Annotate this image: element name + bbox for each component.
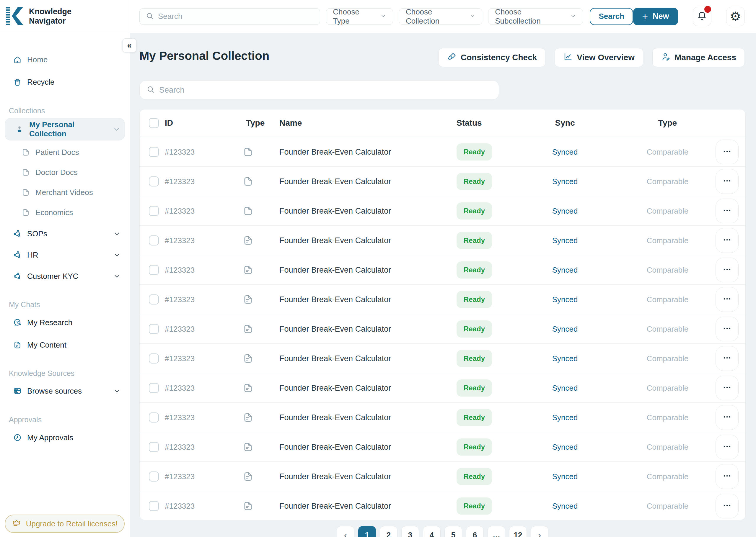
row-sync: Synced	[540, 295, 590, 304]
page-button[interactable]: 1	[358, 526, 376, 537]
row-actions-button[interactable]	[716, 405, 738, 430]
type-filter-dropdown[interactable]: Choose Type	[326, 8, 393, 25]
chevron-down-icon[interactable]	[113, 125, 120, 133]
prev-page-button[interactable]: ‹	[337, 526, 354, 537]
settings-button[interactable]: ⚙	[726, 7, 745, 26]
row-actions-button[interactable]	[716, 494, 738, 518]
next-page-button[interactable]: ›	[531, 526, 549, 537]
row-actions-button[interactable]	[716, 287, 738, 312]
chevron-down-icon[interactable]	[113, 230, 121, 237]
row-checkbox[interactable]	[149, 383, 159, 393]
sidebar-item-browse-sources[interactable]: Browse sources	[5, 383, 125, 399]
group-icon	[13, 272, 22, 281]
chevron-down-icon[interactable]	[113, 387, 121, 395]
chevron-down-icon[interactable]	[113, 272, 121, 280]
collection-search-input[interactable]	[159, 86, 492, 95]
status-cell: Ready	[457, 380, 492, 396]
ellipsis-icon	[723, 149, 731, 154]
page-button[interactable]: 2	[380, 526, 397, 537]
table-row: #123323 Founder Break-Even Calculator	[140, 373, 745, 402]
select-all-checkbox[interactable]	[149, 118, 159, 128]
table-row: #123323 Founder Break-Even Calculator	[140, 226, 745, 255]
collection-filter-dropdown[interactable]: Choose Collection	[399, 8, 482, 25]
row-checkbox[interactable]	[149, 353, 159, 363]
search-button[interactable]: Search	[590, 8, 633, 25]
status-cell: Ready	[457, 320, 492, 338]
global-search	[139, 8, 320, 25]
row-checkbox[interactable]	[149, 235, 159, 245]
row-checkbox[interactable]	[149, 472, 159, 481]
sidebar-item-my-personal-collection[interactable]: My Personal Collection	[5, 118, 125, 141]
sidebar-item-label: Doctor Docs	[35, 168, 78, 177]
status-badge: Ready	[457, 144, 492, 160]
row-checkbox[interactable]	[149, 412, 159, 423]
table-row: #123323 Founder Break-Even Calculator	[140, 432, 745, 462]
status-cell: Ready	[457, 262, 492, 278]
sidebar-collapse-button[interactable]: «	[122, 38, 136, 53]
table-row: #123323 Founder Break-Even Calculator	[140, 314, 745, 344]
row-actions-button[interactable]	[716, 346, 738, 371]
sidebar-subcollection-item[interactable]: Doctor Docs	[5, 164, 125, 181]
view-overview-button[interactable]: View Overview	[555, 48, 643, 67]
table-row: #123323 Founder Break-Even Calculator	[140, 196, 745, 226]
row-checkbox[interactable]	[149, 442, 159, 452]
row-sync: Synced	[540, 206, 590, 215]
sidebar-item-label: Browse sources	[27, 387, 82, 396]
sidebar-item-home[interactable]: Home	[5, 51, 125, 68]
row-checkbox[interactable]	[149, 324, 159, 334]
row-actions-button[interactable]	[716, 434, 738, 459]
row-checkbox[interactable]	[149, 177, 159, 186]
bell-icon	[697, 11, 707, 22]
notifications-button[interactable]	[693, 7, 711, 26]
row-actions-button[interactable]	[716, 258, 738, 282]
sidebar-subcollection-item[interactable]: Economics	[5, 204, 125, 221]
row-sync: Synced	[540, 147, 590, 156]
row-actions-button[interactable]	[716, 199, 738, 223]
file-icon	[243, 265, 254, 275]
header-sync: Sync	[540, 118, 590, 128]
header-name: Name	[279, 118, 302, 128]
sidebar-collection-group[interactable]: HR	[5, 247, 125, 263]
page-button[interactable]: 12	[509, 526, 527, 537]
global-search-input[interactable]	[158, 12, 314, 21]
sidebar: Home Recycle Collections My Personal Col…	[0, 33, 130, 537]
row-actions-button[interactable]	[716, 140, 738, 164]
sidebar-item-my-research[interactable]: My Research	[5, 314, 125, 331]
sidebar-item-my-approvals[interactable]: My Approvals	[5, 429, 125, 446]
sidebar-item-recycle[interactable]: Recycle	[5, 74, 125, 90]
new-button[interactable]: + New	[633, 8, 678, 25]
table-row: #123323 Founder Break-Even Calculator	[140, 491, 745, 520]
row-actions-button[interactable]	[716, 316, 738, 341]
consistency-check-button[interactable]: Consistency Check	[438, 48, 546, 67]
page-button[interactable]: 4	[423, 526, 441, 537]
type-filter-label: Choose Type	[333, 7, 376, 26]
manage-access-button[interactable]: Manage Access	[652, 48, 745, 67]
sidebar-item-my-content[interactable]: My Content	[5, 337, 125, 353]
row-checkbox[interactable]	[149, 501, 159, 511]
row-actions-button[interactable]	[716, 464, 738, 489]
page-button[interactable]: 6	[466, 526, 484, 537]
row-actions-button[interactable]	[716, 169, 738, 194]
subcollection-filter-dropdown[interactable]: Choose Subcollection	[488, 8, 583, 25]
page-button[interactable]: …	[488, 526, 505, 537]
row-name: Founder Break-Even Calculator	[279, 383, 391, 392]
file-icon	[243, 441, 254, 453]
sidebar-collection-group[interactable]: SOPs	[5, 226, 125, 242]
row-checkbox[interactable]	[149, 147, 159, 157]
page-button[interactable]: 5	[444, 526, 462, 537]
sidebar-subcollection-item[interactable]: Patient Docs	[5, 144, 125, 160]
row-checkbox[interactable]	[149, 295, 159, 305]
chevron-down-icon[interactable]	[113, 251, 121, 259]
page-button[interactable]: 3	[401, 526, 419, 537]
row-checkbox[interactable]	[149, 265, 159, 275]
sidebar-item-label: My Content	[27, 341, 67, 350]
row-actions-button[interactable]	[716, 376, 738, 400]
row-actions-button[interactable]	[716, 228, 738, 253]
app-title: Knowledge Navigator	[29, 7, 71, 25]
row-checkbox[interactable]	[149, 206, 159, 216]
row-id: #123323	[165, 295, 195, 304]
upgrade-button[interactable]: Upgrade to Retail licenses!	[5, 515, 125, 533]
sidebar-item-label: Customer KYC	[27, 272, 78, 281]
sidebar-collection-group[interactable]: Customer KYC	[5, 268, 125, 284]
sidebar-subcollection-item[interactable]: Merchant Videos	[5, 184, 125, 201]
